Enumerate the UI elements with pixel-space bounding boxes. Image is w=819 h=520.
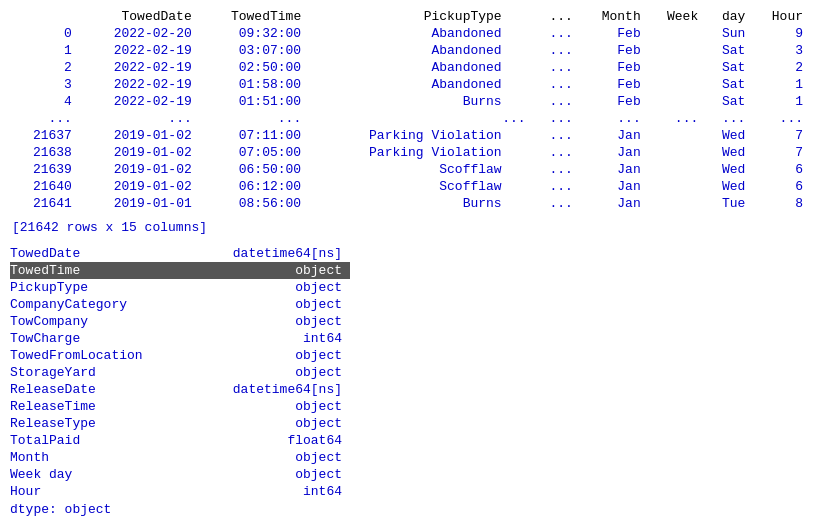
dtype-row: TowedFromLocationobject <box>10 347 350 364</box>
col-header-week: Week <box>647 8 705 25</box>
table-row: 216402019-01-0206:12:00Scofflaw...JanWed… <box>10 178 809 195</box>
col-header-pickuptype: PickupType <box>307 8 531 25</box>
table-row: ........................... <box>10 110 809 127</box>
dtype-row: ReleaseTimeobject <box>10 398 350 415</box>
dtype-row: TowChargeint64 <box>10 330 350 347</box>
col-header-hour: Hour <box>751 8 809 25</box>
dtype-table: TowedDatedatetime64[ns]TowedTimeobjectPi… <box>10 245 350 500</box>
dtype-row: TowedDatedatetime64[ns] <box>10 245 350 262</box>
dtype-row: TowedTimeobject <box>10 262 350 279</box>
dtype-row: StorageYardobject <box>10 364 350 381</box>
table-row: 12022-02-1903:07:00Abandoned...FebSat3 <box>10 42 809 59</box>
table-row: 216412019-01-0108:56:00Burns...JanTue8 <box>10 195 809 212</box>
table-row: 216382019-01-0207:05:00Parking Violation… <box>10 144 809 161</box>
table-row: 22022-02-1902:50:00Abandoned...FebSat2 <box>10 59 809 76</box>
col-header-toweddate: TowedDate <box>78 8 198 25</box>
dtype-row: Week dayobject <box>10 466 350 483</box>
table-row: 216392019-01-0206:50:00Scofflaw...JanWed… <box>10 161 809 178</box>
dtype-footer: dtype: object <box>10 502 809 517</box>
dtype-row: CompanyCategoryobject <box>10 296 350 313</box>
table-row: 02022-02-2009:32:00Abandoned...FebSun9 <box>10 25 809 42</box>
dtype-row: PickupTypeobject <box>10 279 350 296</box>
data-table: TowedDate TowedTime PickupType ... Month… <box>10 8 809 212</box>
col-header-ellipsis: ... <box>532 8 579 25</box>
dtype-row: ReleaseDatedatetime64[ns] <box>10 381 350 398</box>
table-row: 216372019-01-0207:11:00Parking Violation… <box>10 127 809 144</box>
col-header-month: Month <box>579 8 647 25</box>
col-header-index <box>10 8 78 25</box>
table-row: 32022-02-1901:58:00Abandoned...FebSat1 <box>10 76 809 93</box>
row-info: [21642 rows x 15 columns] <box>10 220 809 235</box>
col-header-towedtime: TowedTime <box>198 8 307 25</box>
table-row: 42022-02-1901:51:00Burns...FebSat1 <box>10 93 809 110</box>
dtype-row: TowCompanyobject <box>10 313 350 330</box>
dtype-row: ReleaseTypeobject <box>10 415 350 432</box>
dtype-row: Monthobject <box>10 449 350 466</box>
dtype-row: Hourint64 <box>10 483 350 500</box>
col-header-day: day <box>704 8 751 25</box>
dtype-row: TotalPaidfloat64 <box>10 432 350 449</box>
